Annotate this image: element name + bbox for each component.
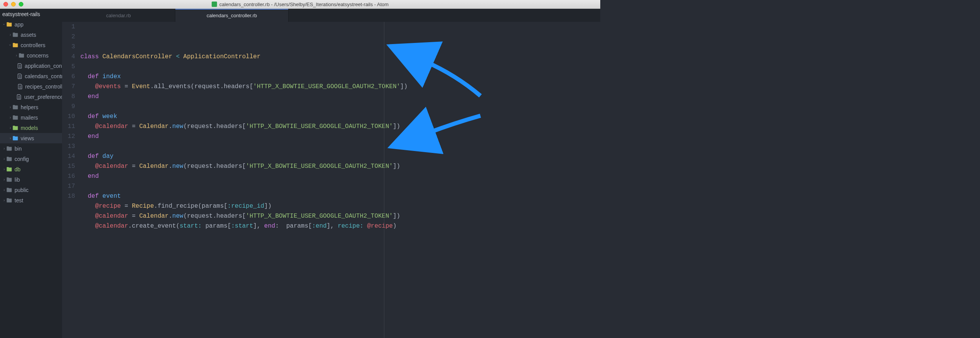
token: [80, 113, 88, 120]
tree-item-label: concerns: [27, 53, 49, 59]
file-icon: [16, 94, 22, 100]
code-line[interactable]: [80, 141, 600, 151]
line-number: 1: [62, 22, 75, 32]
close-button[interactable]: [3, 2, 8, 7]
tree-item-test[interactable]: ›test: [0, 195, 62, 205]
code-line[interactable]: def event: [80, 191, 600, 201]
maximize-button[interactable]: [19, 2, 23, 7]
code-line[interactable]: @calendar = Calendar.new(request.headers…: [80, 211, 600, 221]
token: [80, 133, 88, 140]
tree-item-helpers[interactable]: ›helpers: [0, 102, 62, 112]
folder-icon: [6, 187, 12, 193]
tab-calendars-controller-rb[interactable]: calendars_controller.rb: [175, 9, 289, 22]
code-line[interactable]: @recipe = Recipe.find_recipe(params[:rec…: [80, 201, 600, 211]
token: (request.headers[: [183, 123, 246, 130]
token: @calendar: [95, 163, 128, 170]
token: [80, 223, 95, 230]
line-number: 18: [62, 191, 75, 201]
token: ]): [393, 213, 400, 220]
token: .: [168, 163, 172, 170]
tree-item-label: db: [15, 166, 21, 172]
tree-item-label: recipes_controller.rb: [25, 84, 62, 90]
editor-area: calendar.rbcalendars_controller.rb 12345…: [62, 9, 600, 338]
tree-item-label: assets: [21, 32, 36, 38]
file-icon: [17, 63, 23, 69]
code-line[interactable]: end: [80, 131, 600, 141]
chevron-icon: ›: [8, 126, 12, 130]
line-number: 8: [62, 92, 75, 102]
chevron-icon: ›: [8, 33, 12, 37]
token: ApplicationController: [183, 53, 261, 60]
token: @events: [95, 83, 121, 90]
folder-icon: [6, 156, 12, 162]
token: ]): [393, 163, 400, 170]
code-line[interactable]: end: [80, 171, 600, 181]
code-editor[interactable]: 123456789101112131415161718 class Calend…: [62, 22, 600, 338]
line-number: 5: [62, 62, 75, 72]
tree-item-calendars-controller-rb[interactable]: calendars_controller.rb: [0, 71, 62, 81]
tree-item-application-controller-rb[interactable]: application_controller.rb: [0, 61, 62, 71]
project-root-label: eatsystreet-rails: [2, 11, 40, 17]
token: :start: [231, 223, 253, 230]
line-number: 7: [62, 82, 75, 92]
chevron-icon: ›: [2, 177, 6, 182]
token: =: [121, 83, 132, 90]
line-number: 17: [62, 181, 75, 191]
tab-calendar-rb[interactable]: calendar.rb: [62, 9, 175, 22]
code-line[interactable]: def week: [80, 112, 600, 121]
code-line[interactable]: @calendar = Calendar.new(request.headers…: [80, 161, 600, 171]
token: index: [103, 73, 121, 80]
tree-item-assets[interactable]: ›assets: [0, 30, 62, 40]
token: ]): [393, 123, 400, 130]
token: [80, 93, 88, 100]
token: =: [128, 123, 139, 130]
project-root[interactable]: eatsystreet-rails: [0, 9, 62, 19]
token: [80, 153, 88, 160]
code-line[interactable]: [80, 102, 600, 112]
tree-item-lib[interactable]: ›lib: [0, 174, 62, 185]
tree-item-public[interactable]: ›public: [0, 185, 62, 195]
token: day: [103, 153, 114, 160]
token: ],: [253, 223, 264, 230]
line-number: 9: [62, 102, 75, 112]
code-line[interactable]: def day: [80, 151, 600, 161]
chevron-icon: ›: [8, 115, 12, 120]
code-line[interactable]: end: [80, 92, 600, 102]
token: new: [172, 123, 183, 130]
code-content[interactable]: class CalendarsController < ApplicationC…: [80, 22, 600, 338]
tree-item-bin[interactable]: ›bin: [0, 143, 62, 154]
token: ]): [264, 203, 271, 210]
code-line[interactable]: @calendar = Calendar.new(request.headers…: [80, 121, 600, 131]
token: start:: [180, 223, 202, 230]
tree-item-user-preferences-controller-rb[interactable]: user_preferences_controller.rb: [0, 92, 62, 102]
tree-item-label: controllers: [21, 42, 46, 48]
tree-item-concerns[interactable]: ›concerns: [0, 50, 62, 61]
token: [80, 83, 95, 90]
token: 'HTTP_X_BOWTIE_USER_GOOGLE_OAUTH2_TOKEN': [246, 213, 393, 220]
tree-item-label: models: [21, 125, 38, 131]
token: 'HTTP_X_BOWTIE_USER_GOOGLE_OAUTH2_TOKEN': [246, 163, 393, 170]
project-tree-sidebar[interactable]: eatsystreet-rails ›app›assets›controller…: [0, 9, 62, 338]
tree-item-views[interactable]: ›views: [0, 133, 62, 143]
tree-item-db[interactable]: ›db: [0, 164, 62, 174]
tree-item-label: app: [15, 21, 23, 28]
code-line[interactable]: [80, 181, 600, 191]
tree-item-recipes-controller-rb[interactable]: recipes_controller.rb: [0, 81, 62, 92]
tree-item-controllers[interactable]: ›controllers: [0, 40, 62, 50]
code-line[interactable]: @events = Event.all_events(request.heade…: [80, 82, 600, 92]
token: end: [88, 173, 99, 180]
code-line[interactable]: [80, 62, 600, 72]
chevron-icon: ›: [15, 53, 18, 57]
code-line[interactable]: @calendar.create_event(start: params[:st…: [80, 221, 600, 231]
tree-item-mailers[interactable]: ›mailers: [0, 112, 62, 123]
tree-item-config[interactable]: ›config: [0, 154, 62, 164]
token: @calendar: [95, 223, 128, 230]
code-line[interactable]: class CalendarsController < ApplicationC…: [80, 52, 600, 62]
tree-item-label: helpers: [21, 104, 38, 110]
tab-label: calendar.rb: [106, 13, 131, 18]
code-line[interactable]: def index: [80, 72, 600, 82]
minimize-button[interactable]: [11, 2, 16, 7]
tree-item-models[interactable]: ›models: [0, 123, 62, 133]
tree-item-app[interactable]: ›app: [0, 19, 62, 30]
token: <: [172, 53, 183, 60]
